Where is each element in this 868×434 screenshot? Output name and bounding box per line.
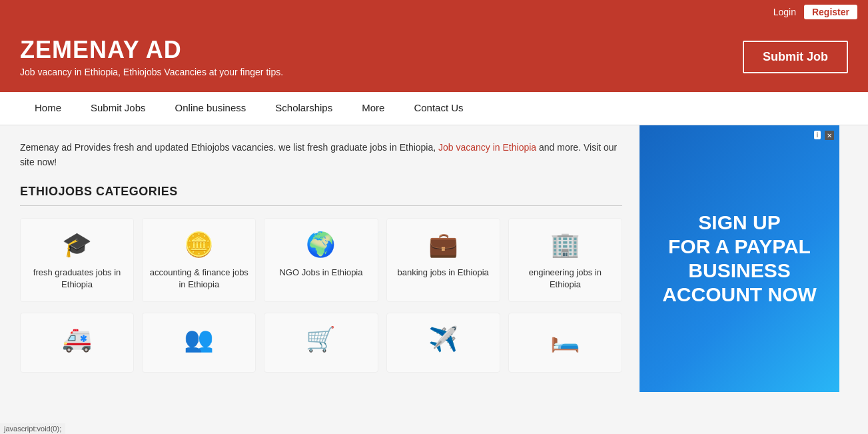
intro-link[interactable]: Job vacancy in Ethiopia (438, 142, 536, 153)
intro-text-part1: Zemenay ad Provides fresh and updated Et… (20, 142, 438, 153)
logo-subtitle: Job vacancy in Ethiopia, Ethiojobs Vacan… (20, 67, 283, 77)
nav-item-home[interactable]: Home (20, 92, 76, 125)
ad-close-button[interactable]: ✕ (825, 131, 834, 140)
category-card-aviation-jobs[interactable]: ✈️ (386, 313, 500, 373)
bed-icon: 🛏️ (550, 325, 580, 353)
category-label-engineering-jobs: engineering jobs in Ethiopia (516, 267, 615, 291)
people-icon: 👥 (184, 325, 214, 353)
main-layout: Zemenay ad Provides fresh and updated Et… (0, 125, 868, 392)
categories-heading: ETHIOJOBS CATEGORIES (20, 185, 622, 199)
category-card-social-jobs[interactable]: 👥 (142, 313, 256, 373)
category-grid-row1: 🎓 fresh graduates jobs in Ethiopia 🪙 acc… (20, 218, 622, 302)
category-card-accounting-finance[interactable]: 🪙 accounting & finance jobs in Ethiopia (142, 218, 256, 302)
header: ZEMENAY AD Job vacancy in Ethiopia, Ethi… (0, 24, 868, 92)
cart-icon: 🛒 (306, 325, 336, 353)
intro-text: Zemenay ad Provides fresh and updated Et… (20, 140, 622, 170)
nav-item-scholarships[interactable]: Scholarships (260, 92, 347, 125)
logo-area: ZEMENAY AD Job vacancy in Ethiopia, Ethi… (20, 36, 283, 77)
category-label-ngo-jobs: NGO Jobs in Ethiopia (279, 267, 362, 279)
airplane-icon: ✈️ (428, 325, 458, 353)
ambulance-icon: 🚑 (62, 325, 92, 353)
category-card-health-jobs[interactable]: 🚑 (20, 313, 134, 373)
globe-icon: 🌍 (306, 231, 336, 259)
nav-item-contact-us[interactable]: Contact Us (399, 92, 478, 125)
logo-title: ZEMENAY AD (20, 36, 283, 64)
category-label-fresh-graduates: fresh graduates jobs in Ethiopia (27, 267, 127, 291)
submit-job-button[interactable]: Submit Job (743, 41, 848, 73)
briefcase-icon: 💼 (428, 231, 458, 259)
top-bar: Login Register (0, 0, 868, 24)
ad-badge: i (814, 131, 821, 139)
graduation-icon: 🎓 (62, 231, 92, 259)
category-label-banking-jobs: banking jobs in Ethiopia (398, 267, 489, 279)
sidebar-ad: i ✕ SIGN UPFOR A PAYPALBUSINESSACCOUNT N… (640, 125, 839, 392)
coins-icon: 🪙 (184, 231, 214, 259)
category-card-retail-jobs[interactable]: 🛒 (264, 313, 378, 373)
category-card-banking-jobs[interactable]: 💼 banking jobs in Ethiopia (386, 218, 500, 302)
content-area: Zemenay ad Provides fresh and updated Et… (0, 125, 640, 392)
ad-text: SIGN UPFOR A PAYPALBUSINESSACCOUNT NOW (662, 211, 817, 307)
nav-item-online-business[interactable]: Online business (161, 92, 261, 125)
category-card-hospitality-jobs[interactable]: 🛏️ (508, 313, 622, 373)
category-card-engineering-jobs[interactable]: 🏢 engineering jobs in Ethiopia (508, 218, 622, 302)
nav-bar: Home Submit Jobs Online business Scholar… (0, 92, 868, 125)
section-divider (20, 205, 622, 206)
nav-item-more[interactable]: More (347, 92, 399, 125)
nav-item-submit-jobs[interactable]: Submit Jobs (76, 92, 161, 125)
category-grid-row2: 🚑 👥 🛒 ✈️ 🛏️ (20, 313, 622, 373)
category-label-accounting-finance: accounting & finance jobs in Ethiopia (149, 267, 248, 291)
register-link[interactable]: Register (804, 5, 857, 19)
category-card-fresh-graduates[interactable]: 🎓 fresh graduates jobs in Ethiopia (20, 218, 134, 302)
building-icon: 🏢 (550, 231, 580, 259)
login-link[interactable]: Login (773, 7, 796, 17)
category-card-ngo-jobs[interactable]: 🌍 NGO Jobs in Ethiopia (264, 218, 378, 302)
